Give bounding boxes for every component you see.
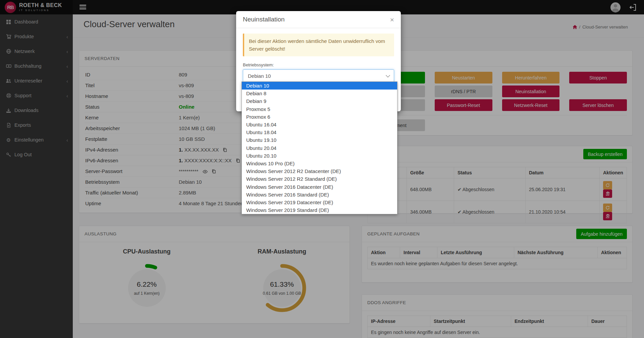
os-option[interactable]: Proxmox 6: [242, 113, 397, 121]
os-option[interactable]: Ubuntu 18.04: [242, 128, 397, 136]
os-option[interactable]: Ubuntu 19.10: [242, 136, 397, 144]
os-option[interactable]: Windows 10 Pro (DE): [242, 160, 397, 167]
os-option[interactable]: Debian 8: [242, 90, 397, 97]
close-icon[interactable]: ×: [390, 16, 394, 23]
os-option[interactable]: Proxmox 5: [242, 105, 397, 113]
warning-alert: Bei dieser Aktion werden sämtliche Daten…: [243, 34, 394, 56]
os-option[interactable]: Debian 10: [242, 82, 397, 90]
modal-title: Neuinstallation: [243, 16, 285, 23]
os-option[interactable]: Windows Server 2019 Datacenter (DE): [242, 199, 397, 206]
os-option[interactable]: Ubuntu 20.04: [242, 144, 397, 152]
os-select[interactable]: Debian 10 Debian 10 Debian 8 Debian 9 Pr…: [243, 69, 394, 82]
os-option[interactable]: Windows Server 2019 Standard (DE): [242, 206, 397, 214]
os-option[interactable]: Windows Server 2016 Standard (DE): [242, 191, 397, 199]
os-option[interactable]: Ubuntu 16.04: [242, 121, 397, 128]
os-option[interactable]: Debian 9: [242, 97, 397, 105]
os-option[interactable]: Windows Server 2012 R2 Standard (DE): [242, 175, 397, 183]
os-select-label: Betriebssystem:: [243, 62, 394, 67]
os-option[interactable]: Windows Server 2012 R2 Datacenter (DE): [242, 167, 397, 175]
neuinstallation-modal: Neuinstallation × Bei dieser Aktion werd…: [236, 11, 401, 111]
chevron-down-icon: [386, 73, 390, 77]
os-option[interactable]: Ubuntu 20.10: [242, 152, 397, 160]
os-dropdown-list: Debian 10 Debian 8 Debian 9 Proxmox 5 Pr…: [241, 81, 397, 214]
os-option[interactable]: Windows Server 2016 Datacenter (DE): [242, 183, 397, 190]
